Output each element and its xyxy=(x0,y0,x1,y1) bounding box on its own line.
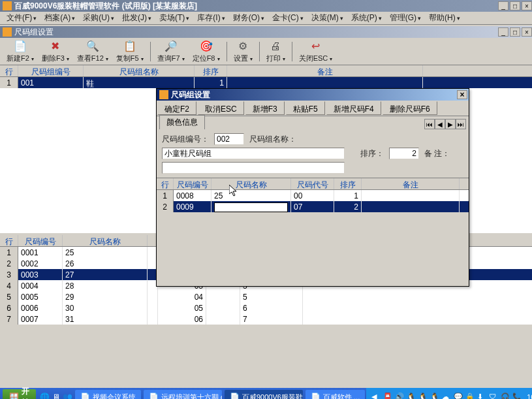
tray-icon[interactable]: 🔊 xyxy=(395,392,404,399)
dialog-btn-粘贴F5[interactable]: 粘贴F5 xyxy=(286,101,325,115)
tray-icon[interactable]: 💬 xyxy=(454,392,463,399)
menu-item[interactable]: 采购(U)▾ xyxy=(79,11,118,25)
sort-input[interactable] xyxy=(389,148,419,159)
dialog-grid-cell: 25 xyxy=(211,190,291,201)
minimize-button[interactable]: _ xyxy=(498,1,509,10)
lower-grid-cell: 0002 xyxy=(18,258,63,269)
main-grid-header[interactable]: 备注 xyxy=(227,65,423,76)
tray-icon[interactable]: 🔒 xyxy=(465,392,475,399)
maximize-button[interactable]: □ xyxy=(510,1,520,10)
main-grid-header[interactable]: 行号 xyxy=(0,65,18,76)
toolbar-定位F8[interactable]: 🎯定位F8 ▾ xyxy=(189,39,224,65)
menu-item[interactable]: 帮助(H)▾ xyxy=(425,11,464,25)
dialog-btn-取消ESC[interactable]: 取消ESC xyxy=(198,101,244,115)
main-grid-header[interactable]: 尺码组名称 xyxy=(84,65,195,76)
lower-grid-row[interactable]: 7000731067 xyxy=(0,313,532,325)
main-grid-header[interactable]: 排序 xyxy=(195,65,227,76)
menu-item[interactable]: 文件(F)▾ xyxy=(3,11,40,25)
toolbar-删除F3[interactable]: ✖删除F3 ▾ xyxy=(38,39,73,65)
lower-grid-header[interactable]: 行号 xyxy=(0,235,18,246)
tray-icon[interactable]: 📮 xyxy=(383,392,392,399)
lower-grid-header[interactable]: 尺码名称 xyxy=(63,235,148,246)
tray-icon[interactable]: 🛡 xyxy=(489,392,498,399)
taskbar-item[interactable]: 📄视频会议系统 xyxy=(75,390,141,399)
lower-grid-row[interactable]: 5000529045 xyxy=(0,291,532,302)
tray-icon[interactable]: 🐧 xyxy=(418,392,428,399)
menu-item[interactable]: 系统(P)▾ xyxy=(347,11,386,25)
dialog-grid-header[interactable]: 行号 xyxy=(157,178,174,189)
sub-close-button[interactable]: × xyxy=(522,27,532,37)
dialog-grid-row[interactable]: 1000825001 xyxy=(157,190,469,201)
dialog-grid-row[interactable]: 20009072 xyxy=(157,201,469,212)
toolbar-icon: 📄 xyxy=(14,40,27,53)
menu-item[interactable]: 库存(I)▾ xyxy=(193,11,228,25)
menu-item[interactable]: 管理(G)▾ xyxy=(386,11,425,25)
tray-icon[interactable]: ⬇ xyxy=(477,392,486,399)
dialog-grid-cell: 07 xyxy=(291,201,334,212)
start-button[interactable]: 🪟开始 xyxy=(3,389,36,399)
quicklaunch-desktop-icon[interactable]: 🖥 xyxy=(52,391,60,399)
tray-icon[interactable]: 🎧 xyxy=(501,392,510,399)
toolbar-打印[interactable]: 🖨打印 ▾ xyxy=(262,39,289,65)
tab-color-info[interactable]: 颜色信息 xyxy=(159,115,205,129)
taskbar-item[interactable]: 📄远程培训第十六期 do... xyxy=(144,390,222,399)
name-label: 尺码组名称： xyxy=(249,134,296,145)
tray-clock[interactable]: 16:28 xyxy=(527,393,532,399)
tray-icon[interactable]: 🐧 xyxy=(430,392,439,399)
lower-grid-cell xyxy=(206,302,240,313)
quicklaunch-people-icon[interactable]: 👥 xyxy=(63,391,72,399)
dialog-btn-删除尺码F6[interactable]: 删除尺码F6 xyxy=(383,101,437,115)
nav-prev-button[interactable]: ◀ xyxy=(435,119,445,129)
nav-first-button[interactable]: ⏮ xyxy=(424,119,435,129)
dialog-grid-header[interactable]: 尺码编号 xyxy=(174,178,211,189)
dialog-toolbar: 确定F2取消ESC新增F3粘贴F5新增尺码F4删除尺码F6 xyxy=(157,101,469,116)
lower-grid-cell: 29 xyxy=(63,291,148,302)
dialog-btn-新增尺码F4[interactable]: 新增尺码F4 xyxy=(326,101,381,115)
toolbar-新建F2[interactable]: 📄新建F2 ▾ xyxy=(3,39,38,65)
editing-cell[interactable] xyxy=(214,202,288,212)
taskbar-item[interactable]: 📄百威软件 ... xyxy=(305,390,365,399)
dialog-close-button[interactable]: × xyxy=(457,90,467,99)
sub-maximize-button[interactable]: □ xyxy=(510,27,520,37)
menu-item[interactable]: 档案(A)▾ xyxy=(40,11,79,25)
tray-icon[interactable]: ☁ xyxy=(442,392,451,399)
tray-icon[interactable]: ◀ xyxy=(371,392,381,399)
dialog-grid-header[interactable]: 尺码代号 xyxy=(291,178,334,189)
sub-minimize-button[interactable]: _ xyxy=(498,27,509,37)
lower-grid-header[interactable]: 尺码编号 xyxy=(18,235,63,246)
taskbar-item[interactable]: 📄百威9000V6服装鞋帽... xyxy=(225,390,303,399)
menu-item[interactable]: 金卡(C)▾ xyxy=(268,11,307,25)
dialog-grid-cell: 2 xyxy=(334,201,362,212)
toolbar-复制F5[interactable]: 📋复制F5 ▾ xyxy=(112,39,148,65)
main-grid-cell: 1 xyxy=(0,77,18,88)
tray-icon[interactable]: 🐧 xyxy=(407,392,416,399)
dialog-grid-header[interactable]: 排序 xyxy=(334,178,362,189)
toolbar-查询F7[interactable]: 🔎查询F7 ▾ xyxy=(153,39,189,65)
menu-item[interactable]: 批发(J)▾ xyxy=(118,11,155,25)
menu-item[interactable]: 卖场(T)▾ xyxy=(155,11,193,25)
lower-grid-row[interactable]: 6000630056 xyxy=(0,302,532,313)
tray-icon[interactable]: 📞 xyxy=(512,392,522,399)
dialog-grid-header[interactable]: 尺码名称 xyxy=(211,178,291,189)
toolbar-关闭ESC[interactable]: ↩关闭ESC ▾ xyxy=(295,39,337,65)
name-input[interactable] xyxy=(162,148,345,159)
nav-next-button[interactable]: ▶ xyxy=(445,119,456,129)
dialog-grid-header[interactable]: 备注 xyxy=(362,178,460,189)
main-grid-row[interactable]: 1001鞋1 xyxy=(0,77,532,88)
close-button[interactable]: × xyxy=(522,1,532,10)
lower-grid-cell: 0005 xyxy=(18,291,63,302)
dialog-btn-新增F3[interactable]: 新增F3 xyxy=(245,101,285,115)
menu-item[interactable]: 决策(M)▾ xyxy=(307,11,347,25)
remark-input[interactable] xyxy=(162,162,345,174)
toolbar-设置[interactable]: ⚙设置 ▾ xyxy=(230,39,257,65)
quicklaunch-ie-icon[interactable]: 🌐 xyxy=(40,391,50,399)
lower-grid-cell: 28 xyxy=(63,280,148,291)
code-input[interactable] xyxy=(214,133,244,145)
dialog-btn-确定F2[interactable]: 确定F2 xyxy=(157,101,196,115)
toolbar-查看F12[interactable]: 🔍查看F12 ▾ xyxy=(73,39,112,65)
dialog-form: 尺码组编号： 尺码组名称： 排序： 备 注： xyxy=(157,129,469,178)
app-title: 百威9000V6服装鞋帽管理软件 (试用版) [某某服装店] xyxy=(14,1,497,12)
main-grid-header[interactable]: 尺码组编号 xyxy=(18,65,84,76)
menu-item[interactable]: 财务(O)▾ xyxy=(229,11,268,25)
nav-last-button[interactable]: ⏭ xyxy=(456,119,466,129)
